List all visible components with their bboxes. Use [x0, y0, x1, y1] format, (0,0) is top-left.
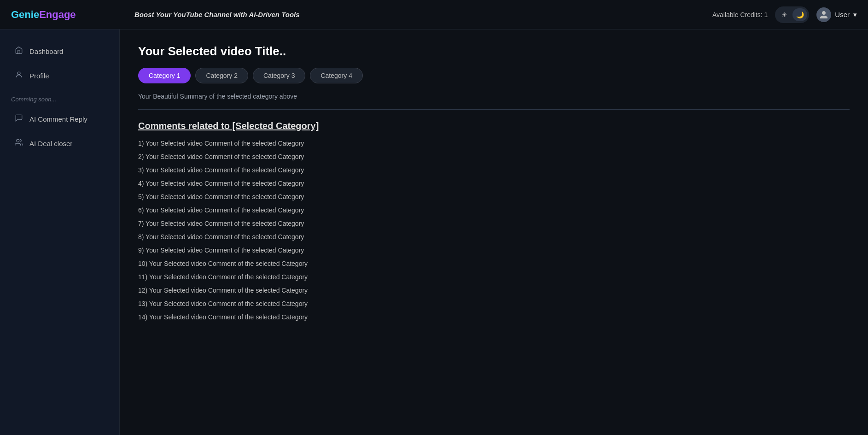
category-tabs: Category 1 Category 2 Category 3 Categor… [138, 68, 850, 83]
summary-text: Your Beautiful Summary of the selected c… [138, 93, 850, 100]
sidebar-ai-deal-closer-label: AI Deal closer [29, 140, 72, 147]
coming-soon-label: Comming soon... [0, 88, 119, 106]
sidebar-item-ai-comment-reply[interactable]: AI Comment Reply [4, 107, 116, 131]
profile-icon [15, 71, 23, 81]
svg-point-1 [17, 139, 19, 142]
comment-list: 1) Your Selected video Comment of the se… [138, 139, 850, 322]
sidebar-item-ai-deal-closer[interactable]: AI Deal closer [4, 132, 116, 155]
logo-engage: Engage [39, 9, 76, 20]
sidebar-profile-label: Profile [29, 72, 49, 80]
list-item: 1) Your Selected video Comment of the se… [138, 139, 850, 148]
logo-genie: Genie [11, 9, 39, 20]
theme-toggle: ☀ 🌙 [775, 6, 809, 23]
main-content: Your Selected video Title.. Category 1 C… [120, 29, 868, 435]
category-tab-1[interactable]: Category 1 [138, 68, 191, 83]
list-item: 3) Your Selected video Comment of the se… [138, 165, 850, 175]
deal-closer-icon [15, 138, 23, 149]
list-item: 5) Your Selected video Comment of the se… [138, 192, 850, 202]
list-item: 8) Your Selected video Comment of the se… [138, 232, 850, 242]
list-item: 6) Your Selected video Comment of the se… [138, 206, 850, 215]
list-item: 12) Your Selected video Comment of the s… [138, 286, 850, 295]
list-item: 9) Your Selected video Comment of the se… [138, 246, 850, 255]
header-right: Available Credits: 1 ☀ 🌙 User ▾ [712, 6, 857, 23]
comments-heading: Comments related to [Selected Category] [138, 121, 850, 131]
list-item: 4) Your Selected video Comment of the se… [138, 179, 850, 188]
list-item: 14) Your Selected video Comment of the s… [138, 312, 850, 322]
user-menu[interactable]: User ▾ [816, 7, 857, 22]
sidebar-item-dashboard[interactable]: Dashboard [4, 40, 116, 63]
list-item: 10) Your Selected video Comment of the s… [138, 259, 850, 269]
sidebar-dashboard-label: Dashboard [29, 47, 63, 55]
header-tagline: Boost Your YouTube Channel with AI-Drive… [134, 11, 712, 18]
list-item: 13) Your Selected video Comment of the s… [138, 299, 850, 309]
list-item: 7) Your Selected video Comment of the se… [138, 219, 850, 229]
video-title: Your Selected video Title.. [138, 44, 850, 59]
category-tab-2[interactable]: Category 2 [195, 68, 248, 83]
comment-reply-icon [15, 114, 23, 124]
header: GenieEngage Boost Your YouTube Channel w… [0, 0, 868, 29]
user-label: User [835, 11, 850, 18]
home-icon [15, 46, 23, 57]
sidebar-item-profile[interactable]: Profile [4, 64, 116, 88]
credits-label: Available Credits: 1 [712, 11, 768, 18]
avatar [816, 7, 831, 22]
theme-dark-button[interactable]: 🌙 [792, 8, 807, 21]
category-tab-4[interactable]: Category 4 [310, 68, 362, 83]
svg-point-0 [17, 72, 20, 75]
sidebar-ai-comment-reply-label: AI Comment Reply [29, 115, 87, 123]
sidebar: Dashboard Profile Comming soon... AI Com… [0, 29, 120, 435]
category-tab-3[interactable]: Category 3 [253, 68, 305, 83]
user-chevron-icon: ▾ [853, 11, 857, 19]
list-item: 2) Your Selected video Comment of the se… [138, 152, 850, 162]
layout: Dashboard Profile Comming soon... AI Com… [0, 29, 868, 435]
list-item: 11) Your Selected video Comment of the s… [138, 272, 850, 282]
divider [138, 109, 850, 110]
logo: GenieEngage [11, 9, 131, 21]
theme-light-button[interactable]: ☀ [777, 8, 792, 21]
